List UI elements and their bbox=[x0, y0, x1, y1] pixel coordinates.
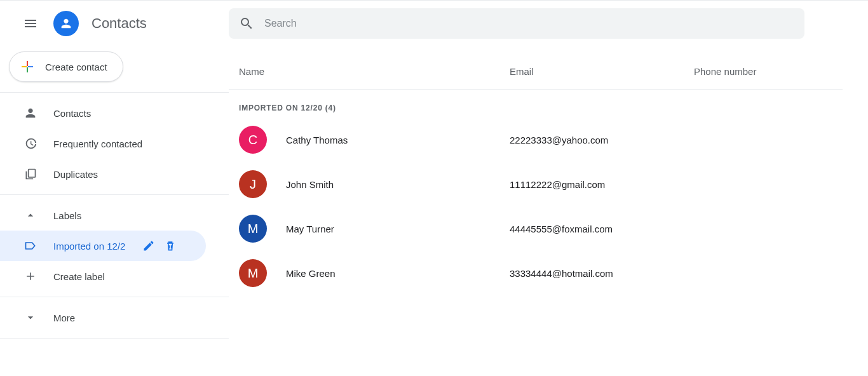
sidebar-item-label: Imported on 12/2 bbox=[53, 241, 142, 252]
sidebar-item-label: Duplicates bbox=[53, 169, 206, 180]
brand: Contacts bbox=[53, 11, 147, 36]
sidebar-item-label: Labels bbox=[53, 210, 206, 221]
sidebar-item-duplicates[interactable]: Duplicates bbox=[0, 159, 206, 189]
avatar: M bbox=[239, 215, 267, 243]
search-input[interactable] bbox=[264, 18, 794, 29]
avatar: J bbox=[239, 170, 267, 198]
create-contact-button[interactable]: Create contact bbox=[9, 51, 123, 82]
sidebar-label-imported[interactable]: Imported on 12/2 bbox=[0, 231, 206, 261]
pencil-icon bbox=[142, 239, 155, 252]
contact-name: May Turner bbox=[286, 224, 510, 234]
edit-label-button[interactable] bbox=[142, 239, 155, 252]
delete-label-button[interactable] bbox=[164, 239, 177, 252]
history-icon bbox=[23, 136, 38, 151]
contact-email: 33334444@hotmail.com bbox=[510, 268, 694, 279]
column-phone: Phone number bbox=[694, 66, 843, 77]
label-actions bbox=[142, 239, 183, 252]
contact-name: Cathy Thomas bbox=[286, 135, 510, 145]
contact-row[interactable]: CCathy Thomas22223333@yahoo.com bbox=[229, 117, 843, 162]
sidebar-item-label: Frequently contacted bbox=[53, 138, 206, 149]
trash-icon bbox=[164, 239, 177, 252]
column-headers: Name Email Phone number bbox=[229, 54, 843, 90]
avatar: C bbox=[239, 126, 267, 154]
divider bbox=[0, 338, 229, 339]
sidebar-item-frequently-contacted[interactable]: Frequently contacted bbox=[0, 128, 206, 159]
sidebar-more[interactable]: More bbox=[0, 302, 206, 333]
app-title: Contacts bbox=[92, 15, 147, 32]
plus-icon bbox=[20, 59, 35, 74]
contact-email: 44445555@foxmail.com bbox=[510, 224, 694, 234]
contact-name: Mike Green bbox=[286, 268, 510, 279]
hamburger-icon bbox=[23, 16, 38, 31]
duplicates-icon bbox=[23, 166, 38, 182]
column-email: Email bbox=[510, 66, 694, 77]
sidebar-item-contacts[interactable]: Contacts bbox=[0, 98, 206, 128]
contact-row[interactable]: JJohn Smith11112222@gmail.com bbox=[229, 162, 843, 206]
group-header: IMPORTED ON 12/20 (4) bbox=[229, 90, 843, 117]
contacts-logo-icon bbox=[53, 11, 79, 36]
contact-row[interactable]: MMike Green33334444@hotmail.com bbox=[229, 251, 843, 295]
sidebar-item-label: More bbox=[53, 312, 206, 323]
avatar: M bbox=[239, 259, 267, 287]
chevron-up-icon bbox=[23, 208, 38, 223]
contact-email: 11112222@gmail.com bbox=[510, 179, 694, 190]
plus-small-icon bbox=[23, 269, 38, 284]
chevron-down-icon bbox=[23, 310, 38, 325]
column-name: Name bbox=[239, 66, 510, 77]
contact-row[interactable]: MMay Turner44445555@foxmail.com bbox=[229, 206, 843, 251]
search-bar[interactable] bbox=[229, 8, 804, 39]
search-icon bbox=[239, 16, 254, 31]
label-icon bbox=[23, 238, 38, 253]
svg-rect-0 bbox=[29, 170, 36, 178]
menu-button[interactable] bbox=[15, 8, 46, 39]
sidebar-labels-header[interactable]: Labels bbox=[0, 200, 206, 231]
person-icon bbox=[23, 105, 38, 121]
contact-name: John Smith bbox=[286, 179, 510, 190]
contact-email: 22223333@yahoo.com bbox=[510, 135, 694, 145]
create-contact-label: Create contact bbox=[45, 62, 107, 72]
sidebar-item-label: Create label bbox=[53, 271, 206, 282]
sidebar-create-label[interactable]: Create label bbox=[0, 261, 206, 292]
sidebar-item-label: Contacts bbox=[53, 108, 206, 119]
